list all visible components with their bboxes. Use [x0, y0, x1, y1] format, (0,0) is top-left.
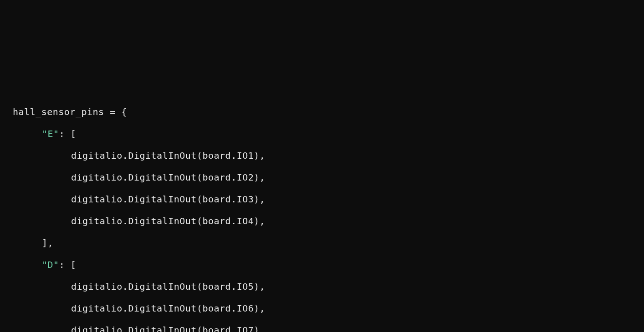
code-text: digitalio.DigitalInOut(board.IO	[71, 303, 248, 314]
code-line: digitalio.DigitalInOut(board.IO6),	[13, 297, 631, 319]
code-text: digitalio.DigitalInOut(board.IO	[71, 216, 248, 226]
code-text: : [	[59, 128, 77, 139]
number-literal: 7	[248, 325, 254, 332]
code-line: digitalio.DigitalInOut(board.IO2),	[13, 166, 631, 188]
number-literal: 2	[248, 172, 254, 183]
number-literal: 4	[248, 216, 254, 226]
number-literal: 1	[248, 150, 254, 161]
code-text: ),	[254, 281, 265, 292]
code-line: digitalio.DigitalInOut(board.IO3),	[13, 188, 631, 210]
code-line: "E": [	[13, 123, 631, 145]
code-text: ),	[254, 325, 265, 332]
code-line: digitalio.DigitalInOut(board.IO1),	[13, 145, 631, 166]
code-line: ],	[13, 232, 631, 254]
code-text: digitalio.DigitalInOut(board.IO	[71, 281, 248, 292]
code-text: hall_sensor_pins = {	[13, 106, 127, 117]
code-text: ),	[254, 194, 265, 205]
number-literal: 5	[248, 281, 254, 292]
code-line: digitalio.DigitalInOut(board.IO5),	[13, 276, 631, 297]
code-line: digitalio.DigitalInOut(board.IO7),	[13, 319, 631, 332]
code-text: ),	[254, 216, 265, 226]
code-text: ],	[42, 237, 53, 248]
code-text: ),	[254, 150, 265, 161]
number-literal: 6	[248, 303, 254, 314]
code-line: "D": [	[13, 254, 631, 276]
string-literal: "E"	[42, 128, 59, 139]
code-text: digitalio.DigitalInOut(board.IO	[71, 172, 248, 183]
number-literal: 3	[248, 194, 254, 205]
code-text: ),	[254, 172, 265, 183]
code-text: ),	[254, 303, 265, 314]
code-line: digitalio.DigitalInOut(board.IO4),	[13, 210, 631, 232]
code-text: digitalio.DigitalInOut(board.IO	[71, 150, 248, 161]
string-literal: "D"	[42, 259, 59, 270]
code-block: hall_sensor_pins = {"E": [digitalio.Digi…	[13, 101, 631, 332]
code-text: digitalio.DigitalInOut(board.IO	[71, 194, 248, 205]
code-text: : [	[59, 259, 77, 270]
code-line: hall_sensor_pins = {	[13, 101, 631, 123]
code-text: digitalio.DigitalInOut(board.IO	[71, 325, 248, 332]
